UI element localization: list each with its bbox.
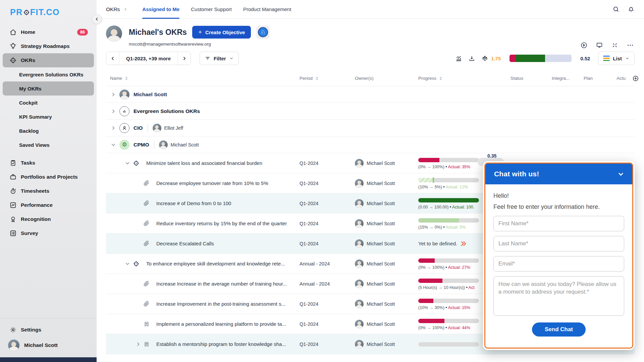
sidebar-item-kpi-summary[interactable]: KPI Summary (0, 110, 94, 124)
first-name-field[interactable] (493, 216, 624, 231)
user-avatar (8, 340, 19, 351)
owner-chip[interactable]: Michael Scott (159, 140, 199, 149)
owner-chip[interactable]: Elliot Jeff (153, 124, 183, 132)
email-field[interactable] (493, 256, 624, 272)
owner-cell[interactable]: Michael Scott (355, 219, 418, 228)
avatar (159, 140, 168, 149)
sidebar-collapse-button[interactable] (92, 14, 102, 24)
tab-assigned-to-me[interactable]: Assigned to Me (142, 0, 179, 19)
chevron-down-icon[interactable] (111, 142, 116, 147)
search-icon[interactable] (612, 6, 620, 13)
sidebar-item-survey[interactable]: Survey (0, 226, 94, 240)
achievement-badge[interactable]: ♘ (256, 25, 270, 39)
tab-product-management[interactable]: Product Management (243, 0, 291, 19)
owner-cell[interactable]: Michael Scott (355, 300, 418, 308)
chevron-down-icon[interactable] (125, 261, 130, 266)
sidebar-item-timesheets[interactable]: Timesheets (0, 184, 94, 198)
breadcrumb[interactable]: OKRs (106, 6, 127, 12)
view-switcher-button[interactable]: List (598, 52, 635, 65)
period-cell: Annual - 2024 (300, 261, 355, 266)
sidebar-item-label: Saved Views (19, 142, 50, 148)
play-video-icon[interactable] (580, 42, 588, 49)
avatar (355, 219, 364, 228)
download-icon[interactable] (468, 55, 475, 62)
tasks-icon (9, 159, 17, 167)
message-field[interactable] (493, 276, 624, 316)
chevron-right-icon (182, 56, 187, 61)
collapse-all-icon[interactable] (611, 42, 619, 49)
sidebar-item-settings[interactable]: Settings (0, 323, 97, 337)
column-header-period[interactable]: Period (300, 76, 355, 81)
owner-cell[interactable]: Michael Scott (355, 280, 418, 288)
sort-icon[interactable] (124, 76, 129, 81)
period-next-button[interactable] (178, 52, 191, 65)
balance-scale-icon[interactable] (481, 55, 488, 62)
sidebar-item-cockpit[interactable]: Cockpit (0, 96, 94, 110)
column-header-progress[interactable]: Progress (418, 76, 511, 81)
chevron-right-icon[interactable] (111, 109, 116, 114)
chevron-right-icon[interactable] (136, 342, 141, 347)
define-progress-icon[interactable] (460, 240, 467, 247)
period-cell: Q1-2024 (300, 321, 355, 327)
sidebar-item-portfolios-and-projects[interactable]: Portfolios and Projects (0, 170, 94, 184)
period-cell: Q1-2024 (300, 241, 355, 246)
status-value: 0.35 (487, 153, 496, 159)
send-chat-button[interactable]: Send Chat (532, 322, 586, 337)
chevron-right-icon[interactable] (111, 125, 116, 131)
sidebar-item-label: Performance (21, 202, 53, 208)
owner-cell[interactable]: Michael Scott (355, 239, 418, 248)
more-options-icon[interactable] (627, 42, 634, 49)
sidebar-item-label: Recognition (21, 216, 51, 222)
sidebar-item-okrs[interactable]: OKRs (3, 53, 94, 67)
chevron-right-icon[interactable] (111, 92, 116, 97)
owner-cell[interactable]: Michael Scott (355, 159, 418, 168)
chevron-down-icon[interactable] (125, 161, 130, 166)
owner-cell[interactable]: Michael Scott (355, 259, 418, 268)
sidebar-item-label: Timesheets (21, 188, 49, 194)
period-label[interactable]: Q1-2023, +39 more (119, 52, 178, 65)
sidebar-item-saved-views[interactable]: Saved Views (0, 138, 94, 152)
sidebar-item-backlog[interactable]: Backlog (0, 124, 94, 138)
okr-name: Increase Improvement in the post-trainin… (156, 301, 285, 307)
key-result-icon (144, 281, 149, 287)
sidebar-item-evergreen-solutions-okrs[interactable]: Evergreen Solutions OKRs (0, 67, 94, 81)
owner-cell[interactable]: Michael Scott (355, 320, 418, 328)
sidebar-item-strategy-roadmaps[interactable]: Strategy Roadmaps (0, 39, 94, 53)
owner-cell[interactable]: Michael Scott (355, 340, 418, 349)
sidebar-item-home[interactable]: Home86 (0, 25, 94, 39)
progress-bar (418, 198, 479, 202)
sidebar-item-recognition[interactable]: Recognition (0, 212, 94, 226)
table-row-group[interactable]: CIOElliot Jeff (106, 120, 635, 136)
sort-icon[interactable] (315, 76, 319, 81)
owner-avatar (106, 25, 122, 42)
table-row-group[interactable]: Michael Scott (106, 86, 635, 103)
filter-button[interactable]: Filter (200, 52, 239, 65)
profit-co-logo: PRFIT.CO (0, 0, 97, 17)
bell-icon[interactable] (628, 6, 635, 13)
table-row-group[interactable]: Evergreen Solutions OKRs (106, 103, 635, 120)
insights-chart-icon[interactable] (455, 55, 462, 62)
sidebar-user[interactable]: Michael Scott (0, 337, 97, 354)
avatar (355, 340, 364, 349)
table-row-group[interactable]: ⚙CPMOMichael Scott (106, 136, 635, 153)
chevron-down-icon[interactable] (617, 170, 625, 178)
owner-cell[interactable]: Michael Scott (355, 179, 418, 188)
logo-text-pre: PR (10, 7, 23, 17)
sort-icon[interactable] (438, 76, 443, 81)
presentation-icon[interactable] (596, 42, 603, 49)
add-column-icon[interactable] (632, 75, 639, 82)
create-objective-button[interactable]: + Create Objective (192, 26, 251, 39)
last-name-field[interactable] (493, 236, 624, 251)
okr-name: Establish a mentorship program to foster… (156, 341, 286, 347)
sidebar-item-performance[interactable]: Performance (0, 198, 94, 212)
period-cell: Q1-2024 (300, 181, 355, 186)
sidebar-item-my-okrs[interactable]: My OKRs (3, 81, 94, 96)
period-prev-button[interactable] (106, 52, 119, 65)
name-cell: Increase # of Demo from 0 to 100 (106, 200, 300, 206)
tab-customer-support[interactable]: Customer Support (191, 0, 232, 19)
initiative-icon (144, 321, 150, 327)
owner-cell[interactable]: Michael Scott (355, 199, 418, 208)
column-header-name[interactable]: Name (106, 76, 300, 81)
avatar (355, 159, 364, 168)
sidebar-item-tasks[interactable]: Tasks (0, 156, 94, 170)
